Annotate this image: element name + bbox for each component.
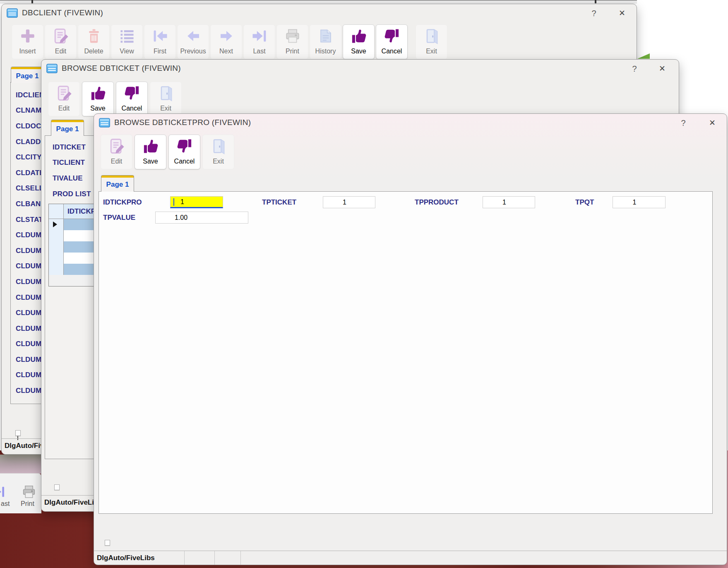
field-label-idticket: IDTICKET	[53, 140, 91, 155]
tpproduct-value: 1	[502, 199, 506, 206]
tab-accent	[11, 67, 43, 69]
idtickpro-label: IDTICKPRO	[103, 198, 142, 207]
current-row-triangle-icon	[53, 221, 57, 227]
print-button[interactable]: Print	[276, 24, 308, 59]
save-button[interactable]: Save	[82, 82, 114, 116]
save-icon	[89, 84, 107, 102]
edit-icon	[52, 27, 70, 45]
help-button[interactable]: ?	[627, 63, 642, 75]
last-button[interactable]: Last	[243, 24, 275, 59]
toolbar-button-label: Last	[244, 48, 275, 55]
window-icon	[7, 8, 18, 17]
tpqt-label: TPQT	[575, 198, 594, 207]
titlebar[interactable]: DBCLIENT (FIVEWIN) ? ✕	[2, 4, 637, 22]
grid-row-indicator	[49, 264, 64, 275]
tpqt-value: 1	[633, 199, 637, 206]
save-icon	[142, 137, 160, 155]
tpvalue-value: 1.00	[175, 214, 187, 221]
resize-widget	[15, 430, 21, 436]
close-button[interactable]: ✕	[704, 117, 720, 129]
help-button[interactable]: ?	[586, 7, 602, 19]
toolbar-button-label: Exit	[416, 48, 447, 55]
window-title: DBCLIENT (FIVEWIN)	[22, 8, 103, 17]
delete-button[interactable]: Delete	[78, 24, 110, 59]
window-title: BROWSE DBTICKETPRO (FIVEWIN)	[114, 118, 251, 127]
tpticket-input[interactable]: 1	[323, 196, 375, 208]
view-icon	[118, 27, 136, 45]
delete-icon	[85, 27, 103, 45]
save-button[interactable]: Save	[343, 24, 375, 59]
window-title: BROWSE DBTICKET (FIVEWIN)	[62, 64, 181, 73]
toolbar-button-label: Save	[343, 48, 374, 55]
field-label-prod-list: PROD LIST	[53, 186, 91, 202]
toolbar-button-label: Save	[82, 105, 113, 112]
cancel-icon	[123, 84, 141, 102]
toolbar-button-label: Edit	[48, 105, 79, 112]
exit-button[interactable]: Exit	[150, 82, 182, 116]
toolbar-button-label: Edit	[101, 158, 132, 165]
edit-button[interactable]: Edit	[101, 135, 132, 169]
insert-button[interactable]: Insert	[12, 24, 43, 59]
desktop-wallpaper	[0, 455, 41, 474]
first-button[interactable]: First	[144, 24, 176, 59]
tab-page1[interactable]: Page 1	[51, 120, 84, 136]
statusbar-divider	[184, 551, 185, 565]
statusbar-text: DlgAuto/FiveLi	[44, 498, 94, 507]
close-button[interactable]: ✕	[614, 7, 630, 19]
edit-icon	[55, 84, 73, 102]
toolbar-button-label: History	[310, 48, 341, 55]
tab-label: Page 1	[51, 125, 84, 133]
history-button[interactable]: History	[310, 24, 341, 59]
toolbar-button-label: Save	[135, 158, 166, 165]
toolbar-button-label: Cancel	[116, 105, 147, 112]
cancel-icon	[175, 137, 194, 155]
cancel-button[interactable]: Cancel	[116, 82, 148, 116]
print-icon	[21, 484, 37, 500]
tpticket-label: TPTICKET	[262, 198, 296, 207]
view-button[interactable]: View	[111, 24, 143, 59]
tab-label: Page 1	[11, 72, 43, 80]
print-icon	[284, 27, 302, 45]
titlebar[interactable]: BROWSE DBTICKET (FIVEWIN) ? ✕	[41, 60, 679, 77]
next-button[interactable]: Next	[210, 24, 242, 59]
history-icon	[317, 27, 335, 45]
previous-button[interactable]: Previous	[177, 24, 209, 59]
titlebar[interactable]: BROWSE DBTICKETPRO (FIVEWIN) ? ✕	[94, 114, 727, 131]
tab-accent	[51, 120, 84, 122]
tpproduct-label: TPPRODUCT	[415, 198, 459, 207]
window-icon	[46, 64, 58, 73]
tab-page1[interactable]: Page 1	[101, 175, 134, 192]
resize-widget	[54, 484, 60, 490]
idtickpro-input[interactable]: 1	[170, 196, 223, 208]
tpvalue-label: TPVALUE	[103, 214, 135, 222]
tpvalue-input[interactable]: 1.00	[155, 212, 248, 224]
edit-button[interactable]: Edit	[48, 82, 80, 116]
cancel-button[interactable]: Cancel	[376, 24, 408, 59]
tab-label: Page 1	[101, 181, 134, 189]
background-window-edge	[0, 0, 637, 4]
edit-icon	[108, 137, 126, 155]
tpqt-input[interactable]: 1	[613, 196, 666, 208]
last-button-label[interactable]: ast	[1, 500, 10, 508]
tpproduct-input[interactable]: 1	[483, 196, 535, 208]
last-icon	[250, 27, 269, 45]
exit-icon	[209, 137, 228, 155]
help-button[interactable]: ?	[675, 117, 691, 129]
previous-icon	[184, 27, 202, 45]
field-label-ticlient: TICLIENT	[53, 155, 91, 171]
grid-row-indicator	[49, 253, 64, 264]
toolbar-button-label: Cancel	[169, 158, 200, 165]
statusbar-text: DlgAuto/FiveLibs	[97, 554, 155, 562]
edit-button[interactable]: Edit	[45, 24, 77, 59]
toolbar-button-label: Next	[211, 48, 242, 55]
tab-page1[interactable]: Page 1	[11, 67, 44, 83]
toolbar-button-label: Insert	[12, 48, 43, 55]
statusbar-text: DlgAuto/Fiv	[5, 442, 44, 450]
close-button[interactable]: ✕	[654, 63, 670, 75]
save-icon	[350, 27, 368, 45]
exit-button[interactable]: Exit	[202, 135, 234, 169]
cancel-button[interactable]: Cancel	[168, 135, 200, 169]
save-button[interactable]: Save	[135, 135, 166, 169]
exit-button[interactable]: Exit	[416, 24, 447, 59]
print-button-label[interactable]: Print	[21, 500, 34, 508]
